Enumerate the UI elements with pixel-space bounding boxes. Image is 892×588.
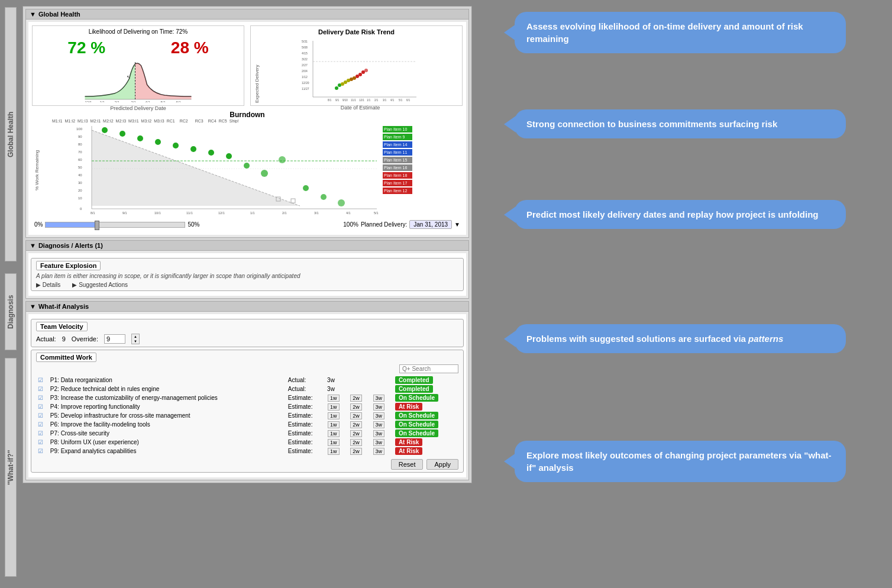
details-link[interactable]: ▶ Details — [36, 282, 60, 288]
whatif-collapse[interactable]: ▼ — [30, 303, 36, 310]
item-type-1: Actual: — [286, 376, 325, 385]
item-est1-2: 3w — [325, 385, 348, 393]
svg-point-67 — [208, 150, 214, 156]
override-input[interactable] — [104, 334, 125, 344]
date-dropdown-arrow[interactable]: ▼ — [454, 221, 460, 228]
diagnosis-collapse[interactable]: ▼ — [30, 242, 36, 249]
svg-point-20 — [355, 75, 359, 78]
svg-text:8/1: 8/1 — [91, 211, 95, 215]
suggested-actions-link[interactable]: ▶ Suggested Actions — [72, 282, 128, 288]
item-est2-3[interactable]: 2w — [348, 393, 370, 402]
table-row: ☑ P5: Develop infrastructure for cross-s… — [36, 411, 458, 420]
likelihood-x-axis-label: Predicted Delivery Date — [35, 105, 241, 111]
checkbox-9[interactable]: ☑ — [36, 447, 49, 455]
item-est2-7[interactable]: 2w — [348, 429, 370, 438]
item-type-8: Estimate: — [286, 438, 325, 447]
svg-text:8/1: 8/1 — [328, 99, 332, 102]
item-est2-5[interactable]: 2w — [348, 411, 370, 420]
item-type-6: Estimate: — [286, 420, 325, 429]
svg-text:6/1: 6/1 — [176, 101, 182, 102]
progress-100: 100% — [343, 221, 358, 228]
apply-button[interactable]: Apply — [426, 459, 458, 470]
item-est3-8[interactable]: 3w — [371, 438, 393, 447]
item-name-4: P4: Improve reporting functionality — [49, 402, 286, 411]
whatif-content: Team Velocity Actual: 9 Override: ▲ ▼ Co… — [28, 314, 466, 477]
burndown-title: Burndown — [34, 111, 460, 119]
spinner-down[interactable]: ▼ — [132, 339, 139, 344]
item-est3-7[interactable]: 3w — [371, 429, 393, 438]
svg-text:Plan Item 11: Plan Item 11 — [384, 150, 407, 154]
item-est3-9[interactable]: 3w — [371, 447, 393, 455]
burndown-svg: 100 90 80 70 60 50 40 30 20 10 0 — [45, 123, 460, 218]
checkbox-4[interactable]: ☑ — [36, 402, 49, 411]
item-est2-6[interactable]: 2w — [348, 420, 370, 429]
velocity-spinner[interactable]: ▲ ▼ — [131, 334, 140, 344]
svg-point-63 — [137, 135, 143, 141]
item-est2-4[interactable]: 2w — [348, 402, 370, 411]
item-type-3: Estimate: — [286, 393, 325, 402]
item-est3-4[interactable]: 3w — [371, 402, 393, 411]
svg-text:1/1: 1/1 — [250, 211, 255, 215]
item-status-9: At Risk — [393, 447, 458, 455]
callout-2: Strong connection to business commitment… — [515, 109, 846, 138]
delivery-trend-box: Delivery Date Risk Trend Expected Delive… — [250, 25, 463, 106]
svg-point-22 — [361, 70, 365, 74]
progress-track — [45, 222, 185, 228]
planned-delivery-label: Planned Delivery: — [361, 221, 407, 228]
table-row: ☑ P1: Data reorganization Actual: 3w Com… — [36, 376, 458, 385]
svg-text:5/1: 5/1 — [399, 99, 403, 102]
item-est1-7[interactable]: 1w — [325, 429, 348, 438]
item-est1-8[interactable]: 1w — [325, 438, 348, 447]
item-est1-3[interactable]: 1w — [325, 393, 348, 402]
feature-explosion-title: Feature Explosion — [36, 261, 101, 270]
milestone-row: M1:I1 M1:I2 M1:I3 M2:I1 M2:I2 M2:I3 M3:I… — [52, 119, 460, 123]
svg-text:90: 90 — [78, 135, 82, 138]
svg-text:6/1: 6/1 — [406, 99, 411, 102]
item-est1-4[interactable]: 1w — [325, 402, 348, 411]
item-type-2: Actual: — [286, 385, 325, 393]
item-est1-9[interactable]: 1w — [325, 447, 348, 455]
item-status-7: On Schedule — [393, 429, 458, 438]
team-velocity-row: Actual: 9 Override: ▲ ▼ — [36, 334, 458, 344]
checkbox-5[interactable]: ☑ — [36, 411, 49, 420]
burndown-chart-container: % Work Remaining 100 90 80 — [34, 123, 460, 218]
delivery-x-label: Date of Estimate — [261, 105, 460, 111]
checkbox-8[interactable]: ☑ — [36, 438, 49, 447]
likelihood-chart: ↖ 12/1 1/1 2/1 3/1 4/1 5/1 6/1 Predicted… — [35, 61, 241, 102]
checkbox-2[interactable]: ☑ — [36, 385, 49, 393]
checkbox-1[interactable]: ☑ — [36, 376, 49, 385]
item-name-9: P9: Expand analytics capabilities — [49, 447, 286, 455]
svg-text:Plan Item 18: Plan Item 18 — [384, 173, 407, 177]
item-est3-5[interactable]: 3w — [371, 411, 393, 420]
svg-text:12/1: 12/1 — [359, 99, 364, 102]
feature-explosion-box: Feature Explosion A plan item is either … — [31, 258, 464, 291]
callout-5: Explore most likely outcomes of changing… — [515, 441, 846, 482]
progress-fill — [46, 222, 94, 227]
item-est2-8[interactable]: 2w — [348, 438, 370, 447]
item-name-6: P6: Improve the facility-modeling tools — [49, 420, 286, 429]
item-est1-6[interactable]: 1w — [325, 420, 348, 429]
item-status-3: On Schedule — [393, 393, 458, 402]
svg-point-66 — [190, 146, 196, 152]
item-est3-3[interactable]: 3w — [371, 393, 393, 402]
checkbox-7[interactable]: ☑ — [36, 429, 49, 438]
progress-thumb[interactable] — [95, 221, 99, 230]
checkbox-6[interactable]: ☑ — [36, 420, 49, 429]
planned-delivery-date[interactable]: Jan 31, 2013 — [409, 220, 452, 229]
svg-text:12/1: 12/1 — [218, 211, 225, 215]
item-est1-5[interactable]: 1w — [325, 411, 348, 420]
svg-text:4/1: 4/1 — [146, 101, 151, 102]
svg-text:1/12: 1/12 — [302, 75, 308, 79]
reset-button[interactable]: Reset — [391, 459, 424, 470]
checkbox-3[interactable]: ☑ — [36, 393, 49, 402]
item-est3-6[interactable]: 3w — [371, 420, 393, 429]
item-status-2: Completed — [393, 385, 458, 393]
search-input[interactable] — [399, 364, 458, 373]
burndown-y-label: % Work Remaining — [34, 123, 45, 218]
spinner-up[interactable]: ▲ — [132, 334, 139, 339]
delivery-chart-inner: 5/31 5/08 4/15 3/22 2/27 2/04 1/12 12/20… — [261, 38, 460, 103]
collapse-arrow[interactable]: ▼ — [30, 11, 36, 18]
item-est2-9[interactable]: 2w — [348, 447, 370, 455]
svg-text:3/1: 3/1 — [314, 211, 319, 215]
team-velocity-box: Team Velocity Actual: 9 Override: ▲ ▼ — [31, 319, 464, 347]
